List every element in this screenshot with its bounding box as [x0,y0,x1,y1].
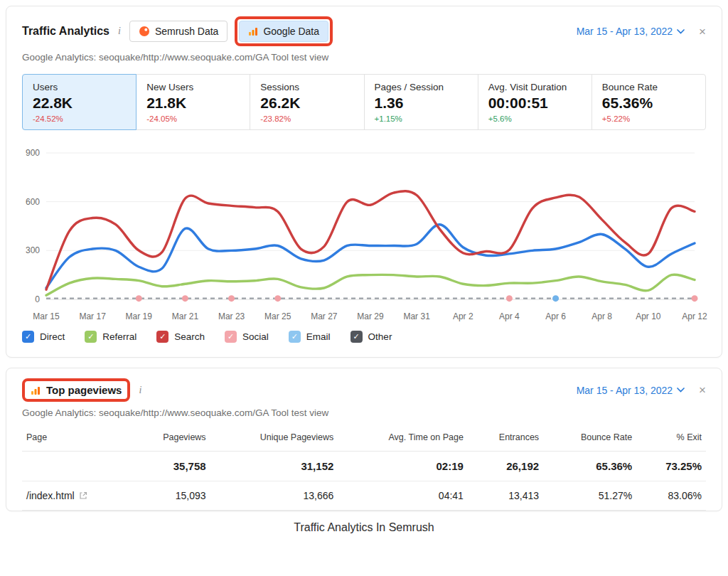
top-pageviews-panel: Top pageviews i Mar 15 - Apr 13, 2022 × … [6,368,722,511]
totals-cell: 26,192 [468,452,543,481]
date-range-picker[interactable]: Mar 15 - Apr 13, 2022 [577,385,685,396]
info-icon[interactable]: i [117,26,122,37]
semrush-data-button[interactable]: Semrush Data [129,21,228,42]
series-line-referral [46,274,695,295]
metric-value: 21.8K [146,95,240,112]
pageviews-panel-title: Top pageviews [46,384,122,396]
y-axis-tick-label: 300 [26,245,40,255]
legend-item-other[interactable]: ✓Other [350,331,392,343]
metric-delta: -24.05% [146,114,240,123]
table-cell: 83.06% [636,481,706,511]
date-range-label: Mar 15 - Apr 13, 2022 [577,385,673,396]
metric-card-pages-session[interactable]: Pages / Session1.36+1.15% [364,74,478,130]
x-axis-tick-label: Apr 10 [636,311,661,321]
metric-card-users[interactable]: Users22.8K-24.52% [22,74,136,130]
column-header-unique-pageviews[interactable]: Unique Pageviews [210,424,338,452]
baseline-marker [228,295,235,302]
baseline-marker [136,295,142,302]
metric-label: Pages / Session [375,82,468,92]
pageviews-table: PagePageviewsUnique PageviewsAvg. Time o… [22,424,706,511]
table-cell: 15,093 [130,481,210,511]
totals-cell: 02:19 [338,452,468,481]
legend-item-search[interactable]: ✓Search [156,331,205,343]
metric-delta: -23.82% [260,114,353,123]
column-header-avg-time-on-page[interactable]: Avg. Time on Page [338,424,468,452]
column-header-bounce-rate[interactable]: Bounce Rate [543,424,636,452]
totals-row: 35,75831,15202:1926,19265.36%73.25% [22,452,706,481]
series-line-direct [46,225,695,288]
table-row: /index.html15,09313,66604:4113,41351.27%… [22,481,706,511]
legend-item-email[interactable]: ✓Email [289,331,331,343]
metric-value: 1.36 [375,95,468,112]
traffic-line-chart-svg: 0300600900Mar 15Mar 17Mar 19Mar 21Mar 23… [22,144,703,322]
x-axis-tick-label: Mar 19 [126,311,153,321]
external-link-icon[interactable] [79,491,87,500]
checkbox-checked-icon[interactable]: ✓ [350,331,363,343]
semrush-icon [139,26,150,37]
totals-cell: 31,152 [210,452,338,481]
x-axis-tick-label: Apr 8 [592,311,612,321]
totals-cell [22,452,130,481]
semrush-data-label: Semrush Data [155,26,218,37]
metric-label: New Users [146,82,240,92]
checkbox-checked-icon[interactable]: ✓ [225,331,237,343]
legend-item-social[interactable]: ✓Social [225,331,269,343]
metric-label: Avg. Visit Duration [488,82,582,92]
metric-card-avg-visit-duration[interactable]: Avg. Visit Duration00:00:51+5.6% [478,74,592,130]
baseline-marker [182,295,188,302]
page-link[interactable]: /index.html [26,490,87,501]
x-axis-tick-label: Mar 25 [264,311,291,321]
baseline-marker [552,295,559,302]
legend-label: Direct [40,331,65,342]
baseline-marker [274,295,281,302]
checkbox-checked-icon[interactable]: ✓ [22,331,34,343]
metric-delta: +5.22% [602,114,695,123]
metric-delta: -24.52% [33,114,126,123]
date-range-label: Mar 15 - Apr 13, 2022 [577,26,673,37]
metric-value: 65.36% [602,95,695,112]
x-axis-tick-label: Mar 17 [79,311,106,321]
google-data-button[interactable]: Google Data [239,21,328,42]
totals-cell: 65.36% [543,452,636,481]
baseline-marker [506,295,513,302]
ga-view-subtitle: Google Analytics: seoquake/http://www.se… [6,48,722,63]
checkbox-checked-icon[interactable]: ✓ [156,331,168,343]
metric-card-new-users[interactable]: New Users21.8K-24.05% [136,74,250,130]
x-axis-tick-label: Mar 29 [357,311,384,321]
metric-delta: +5.6% [488,114,582,123]
metric-card-bounce-rate[interactable]: Bounce Rate65.36%+5.22% [592,74,706,130]
traffic-chart[interactable]: 0300600900Mar 15Mar 17Mar 19Mar 21Mar 23… [22,144,706,322]
metric-card-sessions[interactable]: Sessions26.2K-23.82% [250,74,364,130]
column-header-entrances[interactable]: Entrances [468,424,543,452]
traffic-analytics-panel: Traffic Analytics i Semrush Data Google … [6,6,722,358]
google-data-label: Google Data [263,26,319,37]
x-axis-tick-label: Mar 15 [33,311,60,321]
checkbox-checked-icon[interactable]: ✓ [289,331,301,343]
legend-label: Other [368,331,392,342]
x-axis-tick-label: Mar 31 [403,311,430,321]
metric-label: Sessions [260,82,353,92]
close-icon[interactable]: × [699,26,706,38]
chevron-down-icon [677,388,685,393]
x-axis-tick-label: Apr 2 [453,311,473,321]
baseline-marker [692,295,698,302]
column-header--exit[interactable]: % Exit [636,424,706,452]
bar-chart-icon [248,26,258,36]
metric-label: Users [33,82,126,92]
caption: Traffic Analytics In Semrush [6,521,722,534]
traffic-panel-header: Traffic Analytics i Semrush Data Google … [6,6,722,48]
metric-delta: +1.15% [375,114,468,123]
checkbox-checked-icon[interactable]: ✓ [85,331,97,343]
x-axis-tick-label: Apr 12 [682,311,707,321]
page: Traffic Analytics i Semrush Data Google … [0,0,728,540]
table-cell: 04:41 [338,481,468,511]
legend-label: Social [242,331,269,342]
date-range-picker[interactable]: Mar 15 - Apr 13, 2022 [577,26,685,37]
column-header-page[interactable]: Page [22,424,130,452]
legend-item-direct[interactable]: ✓Direct [22,331,65,343]
close-icon[interactable]: × [699,384,706,396]
info-icon[interactable]: i [137,385,143,396]
annotation-highlight-google-data: Google Data [235,16,333,46]
legend-item-referral[interactable]: ✓Referral [85,331,136,343]
column-header-pageviews[interactable]: Pageviews [130,424,210,452]
